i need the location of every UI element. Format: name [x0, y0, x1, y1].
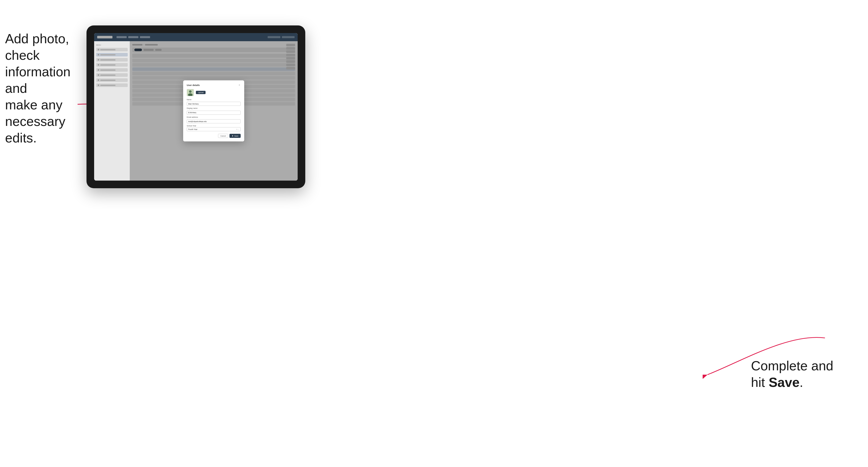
- display-name-input[interactable]: [187, 111, 241, 115]
- display-name-field-group: Display name: [187, 107, 241, 115]
- dialog-title: User details: [187, 84, 200, 87]
- dialog-title-bar: User details ×: [187, 84, 241, 87]
- sidebar-dot: [98, 69, 99, 71]
- sidebar-dot: [98, 54, 99, 56]
- app-header: [94, 33, 298, 41]
- tablet-screen: Menu: [94, 33, 298, 181]
- svg-point-2: [188, 93, 193, 96]
- school-year-field-group: School Year Fourth Year × ⌄: [187, 125, 241, 131]
- sidebar-dot: [98, 74, 99, 76]
- email-label: Email address: [187, 116, 241, 118]
- header-action: [282, 36, 294, 38]
- nav-item-scorecard: [117, 36, 127, 38]
- save-icon: ⬆: [232, 135, 234, 137]
- photo-section: Upload: [187, 89, 241, 96]
- sidebar-label: [100, 74, 116, 76]
- sidebar-item-reports: [96, 68, 128, 72]
- close-icon[interactable]: ×: [238, 84, 241, 87]
- app-logo: [97, 36, 113, 38]
- app-main: /: [130, 41, 298, 181]
- upload-photo-button[interactable]: Upload: [196, 91, 206, 94]
- sidebar-dot: [98, 85, 99, 86]
- annotation-left: Add photo, check information and make an…: [5, 31, 87, 146]
- modal-overlay: User details ×: [130, 41, 298, 181]
- sidebar-item-handicap: [96, 84, 128, 87]
- sidebar-label: [100, 54, 116, 56]
- header-user: [268, 36, 280, 38]
- sidebar-label: [100, 49, 116, 50]
- sidebar-item-players: [96, 53, 128, 57]
- name-input[interactable]: [187, 102, 241, 106]
- annotation-right: Complete and hit Save.: [751, 357, 837, 391]
- user-details-dialog: User details ×: [183, 81, 244, 142]
- save-bold: Save: [769, 375, 799, 390]
- app-header-right: [268, 36, 294, 38]
- save-label: Save: [234, 135, 238, 137]
- name-field-group: Name: [187, 99, 241, 106]
- select-icons: × ⌄: [236, 128, 239, 130]
- save-button[interactable]: ⬆ Save: [229, 134, 241, 138]
- sidebar-item-top-matches: [96, 73, 128, 77]
- tablet-device: Menu: [87, 25, 305, 188]
- select-clear-icon[interactable]: ×: [236, 128, 237, 130]
- sidebar-label: [100, 64, 116, 66]
- sidebar-item-settings: [96, 63, 128, 67]
- nav-item-goals: [140, 36, 150, 38]
- email-field-group: Email address: [187, 116, 241, 124]
- school-year-select[interactable]: Fourth Year × ⌄: [187, 127, 241, 131]
- photo-thumbnail: [187, 89, 194, 96]
- chevron-down-icon[interactable]: ⌄: [238, 128, 239, 130]
- school-year-label: School Year: [187, 125, 241, 127]
- display-name-label: Display name: [187, 107, 241, 109]
- school-year-value: Fourth Year: [188, 128, 197, 130]
- svg-point-1: [189, 90, 192, 93]
- sidebar-label: [100, 59, 116, 61]
- app-content: Menu: [94, 41, 298, 181]
- app-sidebar: Menu: [94, 41, 130, 181]
- sidebar-item-shot-data: [96, 79, 128, 82]
- name-label: Name: [187, 99, 241, 100]
- email-input[interactable]: [187, 119, 241, 123]
- app-nav: [117, 36, 150, 38]
- cancel-button[interactable]: Cancel: [218, 134, 228, 138]
- sidebar-item-dashboard: [96, 48, 128, 51]
- sidebar-dot: [98, 64, 99, 66]
- nav-item-analytics: [128, 36, 138, 38]
- sidebar-header: Menu: [96, 44, 128, 46]
- sidebar-dot: [98, 80, 99, 81]
- dialog-actions: Cancel ⬆ Save: [187, 134, 241, 138]
- sidebar-label: [100, 80, 116, 81]
- sidebar-label: [100, 69, 116, 71]
- sidebar-dot: [98, 49, 99, 50]
- sidebar-label: [100, 85, 116, 86]
- sidebar-dot: [98, 59, 99, 61]
- sidebar-item-coaches: [96, 58, 128, 62]
